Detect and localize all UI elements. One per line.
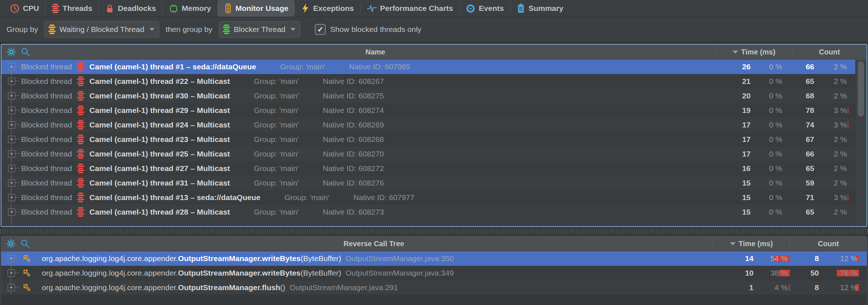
row-prefix-label: Blocked thread (21, 106, 72, 115)
percent-bar (848, 194, 848, 201)
time-value: 26 (716, 62, 751, 71)
count-percent: 2 % (814, 179, 856, 187)
tab-summary[interactable]: Summary (510, 0, 570, 17)
tab-events[interactable]: Events (459, 0, 510, 17)
source-location: OutputStreamManager.java:350 (346, 254, 454, 263)
blocked-thread-row[interactable]: + Blocked thread Camel (camel-1) thread … (1, 190, 867, 205)
thread-name: Camel (camel-1) thread #13 – seda://data… (89, 193, 260, 202)
expand-toggle-icon[interactable]: + (8, 269, 15, 277)
second-group-dropdown-value: Blocker Thread (234, 25, 285, 34)
expand-toggle-icon[interactable]: + (8, 284, 15, 291)
expand-toggle-icon[interactable]: + (8, 78, 15, 85)
waiting-blocked-thread-icon (48, 24, 56, 34)
reverse-call-arrow-icon (22, 283, 32, 292)
call-tree-row[interactable]: + org.apache.logging.log4j.core.appender… (1, 266, 867, 280)
time-value: 21 (716, 77, 751, 86)
show-blocked-threads-label: Show blocked threads only (330, 25, 421, 34)
blocked-thread-row[interactable]: + Blocked thread Camel (camel-1) thread … (1, 60, 867, 74)
time-percent: 0 % (751, 121, 792, 129)
blocked-thread-row[interactable]: + Blocked thread Camel (camel-1) thread … (1, 118, 867, 132)
expand-toggle-icon[interactable]: + (8, 121, 15, 129)
first-group-dropdown[interactable]: Waiting / Blocked Thread (44, 21, 159, 38)
call-tree-row[interactable]: + org.apache.logging.log4j.core.appender… (1, 280, 867, 295)
scrollbar-thumb[interactable] (858, 61, 864, 117)
time-column-header[interactable]: Time (ms) (716, 48, 792, 56)
time-value: 15 (716, 179, 751, 187)
count-column-header[interactable]: Count (790, 240, 867, 248)
thread-native-id: Native ID: 608274 (323, 106, 384, 115)
time-column-header[interactable]: Time (ms) (713, 240, 789, 248)
call-tree-row[interactable]: + org.apache.logging.log4j.core.appender… (1, 251, 867, 266)
time-value: 15 (716, 208, 751, 216)
profiler-window: CPUThreadsDeadlocksMemoryMonitor UsageEx… (0, 0, 868, 305)
reverse-call-arrow-icon (22, 268, 32, 278)
search-icon[interactable] (21, 47, 30, 57)
row-prefix-label: Blocked thread (21, 62, 72, 71)
time-percent: 38 % (754, 269, 790, 277)
thread-name: Camel (camel-1) thread #30 – Multicast (89, 92, 230, 100)
thread-icon (77, 105, 84, 115)
thread-name: Camel (camel-1) thread #22 – Multicast (89, 77, 230, 86)
blocked-thread-row[interactable]: + Blocked thread Camel (camel-1) thread … (1, 147, 867, 161)
expand-toggle-icon[interactable]: + (8, 179, 15, 187)
settings-gear-icon[interactable] (7, 47, 16, 57)
thread-rows: + Blocked thread Camel (camel-1) thread … (1, 60, 867, 219)
thread-icon (77, 178, 84, 188)
tab-cpu[interactable]: CPU (4, 0, 45, 17)
cpu-icon (10, 4, 20, 13)
expand-toggle-icon[interactable]: + (8, 107, 15, 114)
vertical-scrollbar[interactable] (855, 60, 867, 226)
blocked-thread-row[interactable]: + Blocked thread Camel (camel-1) thread … (1, 205, 867, 219)
count-value: 65 (792, 208, 814, 216)
blocked-thread-row[interactable]: + Blocked thread Camel (camel-1) thread … (1, 74, 867, 89)
expand-toggle-icon[interactable]: + (8, 150, 15, 158)
count-percent: 76 % (819, 269, 867, 277)
blocked-thread-row[interactable]: + Blocked thread Camel (camel-1) thread … (1, 176, 867, 190)
row-prefix-label: Blocked thread (21, 135, 72, 144)
count-value: 59 (792, 179, 814, 187)
tab-memory[interactable]: Memory (162, 0, 217, 17)
count-value: 68 (792, 92, 814, 100)
blocked-thread-row[interactable]: + Blocked thread Camel (camel-1) thread … (1, 161, 867, 176)
expand-toggle-icon[interactable]: + (8, 136, 15, 143)
source-location: OutputStreamManager.java:291 (290, 283, 398, 292)
expand-toggle-icon[interactable]: + (8, 63, 15, 70)
method-name: OutputStreamManager.writeBytes (178, 269, 301, 277)
settings-gear-icon[interactable] (6, 239, 16, 248)
threads-icon (52, 4, 59, 13)
thread-group: Group: 'main' (254, 121, 299, 129)
time-percent: 0 % (751, 164, 792, 173)
count-value: 78 (792, 106, 814, 115)
expand-toggle-icon[interactable]: + (8, 208, 15, 216)
call-tree-title[interactable]: Reverse Call Tree (35, 240, 713, 248)
count-value: 65 (792, 77, 814, 86)
summary-icon (517, 3, 525, 13)
name-column-header[interactable]: Name (35, 48, 715, 56)
count-value: 50 (790, 269, 819, 277)
thread-name: Camel (camel-1) thread #27 – Multicast (89, 164, 230, 173)
time-percent: 0 % (751, 150, 792, 158)
row-prefix-label: Blocked thread (21, 92, 72, 100)
tab-exceptions[interactable]: Exceptions (295, 0, 360, 17)
count-value: 67 (792, 135, 814, 144)
tab-monitor-usage[interactable]: Monitor Usage (218, 0, 295, 17)
second-group-dropdown[interactable]: Blocker Thread (219, 21, 300, 38)
tab-deadlocks[interactable]: Deadlocks (99, 0, 162, 17)
show-blocked-threads-checkbox[interactable]: ✓ (315, 24, 326, 35)
blocked-thread-row[interactable]: + Blocked thread Camel (camel-1) thread … (1, 132, 867, 147)
tab-threads[interactable]: Threads (45, 0, 99, 17)
thread-group: Group: 'main' (284, 193, 329, 202)
expand-toggle-icon[interactable]: + (8, 165, 15, 172)
expand-toggle-icon[interactable]: + (8, 255, 15, 262)
blocked-thread-row[interactable]: + Blocked thread Camel (camel-1) thread … (1, 103, 867, 118)
row-prefix-label: Blocked thread (21, 179, 72, 187)
panel-splitter[interactable] (0, 229, 868, 234)
time-percent: 0 % (751, 135, 792, 144)
monitor-icon (224, 3, 232, 13)
search-icon[interactable] (20, 239, 30, 248)
count-column-header[interactable]: Count (792, 48, 867, 56)
tab-performance-charts[interactable]: Performance Charts (361, 0, 459, 17)
blocked-thread-row[interactable]: + Blocked thread Camel (camel-1) thread … (1, 89, 867, 103)
expand-toggle-icon[interactable]: + (8, 194, 15, 201)
expand-toggle-icon[interactable]: + (8, 92, 15, 99)
